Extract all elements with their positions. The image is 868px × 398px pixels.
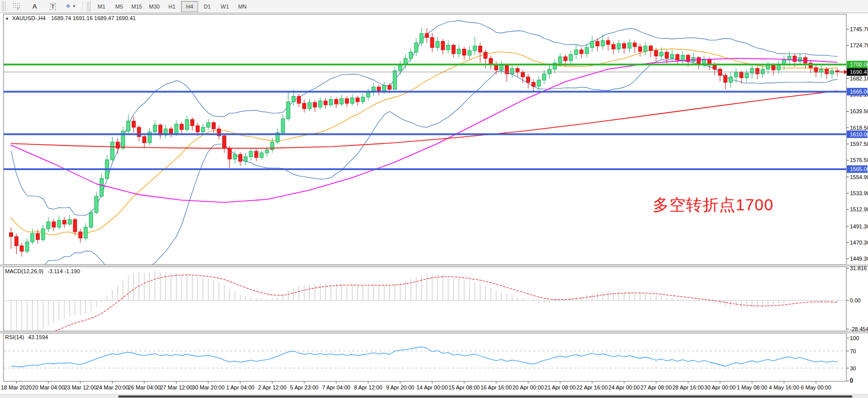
svg-text:-28.454: -28.454 — [850, 326, 868, 332]
svg-text:4 May 16:00: 4 May 16:00 — [769, 384, 800, 390]
svg-text:1491.30: 1491.30 — [850, 223, 868, 229]
timeframe-button-MN[interactable]: MN — [234, 1, 251, 12]
svg-text:18 Mar 2020: 18 Mar 2020 — [1, 384, 32, 390]
ohlc-values: 1689.74 1691.16 1689.47 1690.41 — [51, 15, 136, 21]
svg-text:28 Apr 16:00: 28 Apr 16:00 — [672, 384, 704, 390]
svg-text:26 Mar 04:00: 26 Mar 04:00 — [128, 384, 161, 390]
grid-snap-icon[interactable]: F — [8, 1, 25, 12]
text-box-button[interactable]: T — [44, 1, 61, 12]
svg-text:31.816: 31.816 — [850, 265, 867, 271]
svg-text:1639.50: 1639.50 — [850, 108, 868, 114]
diamonds-icon: ❖ — [66, 3, 71, 10]
svg-text:1682.10: 1682.10 — [850, 75, 868, 82]
svg-text:1565.00: 1565.00 — [850, 166, 868, 172]
svg-text:9 Apr 20:00: 9 Apr 20:00 — [386, 384, 414, 390]
timeframe-button-group: M1M5M15M30H1H4D1W1MN — [93, 1, 251, 12]
chart-title[interactable]: ▼ XAUUSD-,H4 1689.74 1691.16 1689.47 169… — [5, 15, 136, 21]
svg-text:1665.00: 1665.00 — [850, 89, 868, 95]
svg-text:1724.70: 1724.70 — [850, 42, 868, 48]
svg-text:1610.00: 1610.00 — [850, 131, 868, 137]
timeframe-button-H4[interactable]: H4 — [181, 1, 198, 12]
symbol-dropdown-icon[interactable]: ▼ — [5, 17, 9, 21]
letter-t-icon: T — [50, 3, 56, 10]
main-panel[interactable] — [4, 14, 846, 265]
svg-text:1512.90: 1512.90 — [850, 206, 868, 212]
svg-text:1700.00: 1700.00 — [850, 61, 868, 67]
svg-text:1554.90: 1554.90 — [850, 174, 868, 180]
chart-window: 1745.701724.701682.101661.101639.501618.… — [0, 13, 868, 394]
grid-dots-icon: F — [13, 3, 21, 11]
macd-indicator-label: MACD(12,26,9) -3.114 -1.190 — [5, 268, 80, 274]
toolbar-drag-handle-2[interactable] — [87, 2, 91, 12]
timeframe-button-M30[interactable]: M30 — [146, 1, 163, 12]
rsi-value: 43.1594 — [28, 334, 48, 340]
svg-text:100: 100 — [850, 335, 859, 341]
macd-panel[interactable] — [4, 267, 846, 331]
chart-annotation-text[interactable]: 多空转折点1700 — [653, 194, 773, 216]
horizontal-scrollbar[interactable] — [0, 394, 868, 398]
timeframe-button-W1[interactable]: W1 — [216, 1, 233, 12]
panel-separator[interactable] — [0, 265, 868, 267]
timeframe-button-D1[interactable]: D1 — [199, 1, 216, 12]
svg-text:1576.50: 1576.50 — [850, 157, 868, 163]
toolbar-separator — [82, 2, 83, 12]
svg-text:5 Apr 23:00: 5 Apr 23:00 — [290, 384, 318, 390]
svg-text:1 May 08:00: 1 May 08:00 — [737, 384, 767, 390]
svg-text:1449.30: 1449.30 — [850, 256, 868, 262]
toolbar-drag-handle[interactable] — [2, 2, 6, 12]
chevron-down-icon: ▼ — [72, 4, 76, 9]
svg-text:27 Mar 12:00: 27 Mar 12:00 — [160, 384, 193, 390]
svg-text:1597.50: 1597.50 — [850, 141, 868, 147]
svg-text:24 Mar 20:00: 24 Mar 20:00 — [96, 384, 129, 390]
price-axis[interactable]: 1745.701724.701682.101661.101639.501618.… — [846, 26, 868, 384]
rsi-panel[interactable] — [4, 333, 846, 381]
text-label-button[interactable]: A — [26, 1, 43, 12]
svg-text:1 Apr 04:00: 1 Apr 04:00 — [226, 384, 254, 390]
svg-text:8 Apr 12:00: 8 Apr 12:00 — [354, 384, 382, 390]
rsi-indicator-label: RSI(14) 43.1594 — [5, 334, 48, 340]
svg-text:1533.90: 1533.90 — [850, 190, 868, 196]
svg-text:F: F — [17, 7, 19, 11]
svg-text:6 May 00:00: 6 May 00:00 — [801, 384, 831, 390]
svg-text:1470.30: 1470.30 — [850, 240, 868, 246]
svg-text:24 Apr 00:00: 24 Apr 00:00 — [609, 384, 640, 390]
letter-a-icon: A — [32, 3, 37, 10]
arrow-styles-button[interactable]: ❖ ▼ — [62, 1, 79, 12]
svg-text:20 Apr 00:00: 20 Apr 00:00 — [512, 384, 544, 390]
svg-text:22 Apr 16:00: 22 Apr 16:00 — [576, 384, 607, 390]
rsi-name: RSI(14) — [5, 334, 24, 340]
svg-text:15 Apr 08:00: 15 Apr 08:00 — [449, 384, 480, 390]
svg-text:1618.50: 1618.50 — [850, 125, 868, 131]
svg-text:30 Mar 20:00: 30 Mar 20:00 — [192, 384, 225, 390]
timeframe-button-M15[interactable]: M15 — [128, 1, 145, 12]
svg-text:23 Mar 12:00: 23 Mar 12:00 — [64, 384, 97, 390]
svg-text:70: 70 — [850, 348, 856, 354]
panel-separator[interactable] — [0, 331, 868, 333]
svg-text:14 Apr 00:00: 14 Apr 00:00 — [416, 384, 448, 390]
top-toolbar: F A T ❖ ▼ M1M5M15M30H1H4D1W1MN — [0, 0, 868, 13]
svg-text:7 Apr 04:00: 7 Apr 04:00 — [322, 384, 350, 390]
timeframe-button-M5[interactable]: M5 — [111, 1, 128, 12]
svg-text:21 Apr 08:00: 21 Apr 08:00 — [545, 384, 576, 390]
macd-name: MACD(12,26,9) — [5, 268, 43, 274]
scrollbar-thumb[interactable] — [118, 395, 852, 397]
svg-text:1690.41: 1690.41 — [850, 69, 868, 75]
svg-text:16 Apr 16:00: 16 Apr 16:00 — [480, 384, 511, 390]
svg-text:20 Mar 04:00: 20 Mar 04:00 — [32, 384, 65, 390]
svg-text:1745.70: 1745.70 — [850, 26, 868, 32]
svg-text:30: 30 — [850, 365, 856, 371]
svg-text:0.00: 0.00 — [850, 297, 860, 303]
symbol-label: XAUUSD-,H4 — [12, 15, 46, 21]
svg-text:30 Apr 00:00: 30 Apr 00:00 — [705, 384, 736, 390]
timeframe-button-H1[interactable]: H1 — [163, 1, 181, 12]
macd-values: -3.114 -1.190 — [47, 268, 80, 274]
svg-text:2 Apr 12:00: 2 Apr 12:00 — [258, 384, 286, 390]
timeframe-button-M1[interactable]: M1 — [93, 1, 110, 12]
axis-corner-zero: 0 — [850, 377, 853, 383]
svg-text:27 Apr 08:00: 27 Apr 08:00 — [640, 384, 671, 390]
